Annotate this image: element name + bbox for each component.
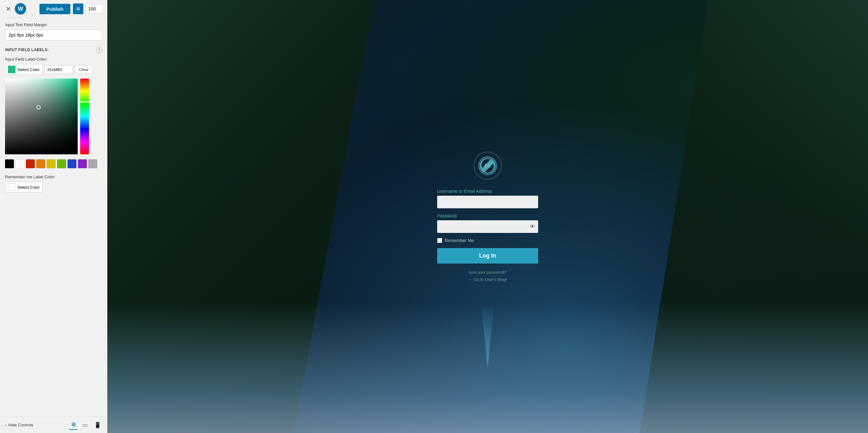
password-input[interactable] bbox=[437, 220, 538, 233]
top-bar-right: Publish ⚙ bbox=[39, 3, 103, 14]
login-links: Lost your password? ← Go to User's Blog! bbox=[437, 270, 538, 282]
color-hex-input[interactable] bbox=[44, 65, 73, 74]
question-icon: ? bbox=[98, 48, 100, 52]
username-input[interactable] bbox=[437, 196, 538, 208]
desktop-view-button[interactable]: 🖥 bbox=[69, 420, 77, 430]
clear-button[interactable]: Clear bbox=[75, 65, 93, 74]
publish-button[interactable]: Publish bbox=[39, 4, 70, 14]
close-icon: ✕ bbox=[6, 5, 11, 12]
bottom-bar: ‹ Hide Controls 🖥 ▭ 📱 bbox=[0, 416, 107, 433]
color-gradient[interactable] bbox=[5, 79, 78, 154]
left-panel: ✕ W Publish ⚙ Input Text Field Margin: I… bbox=[0, 0, 107, 433]
swatch-gray[interactable] bbox=[88, 159, 97, 168]
svg-text:W: W bbox=[484, 162, 491, 170]
remember-checkbox[interactable] bbox=[437, 238, 442, 243]
eye-icon: 👁 bbox=[530, 224, 535, 229]
wp-logo-small: W bbox=[15, 3, 26, 14]
panel-content: Input Text Field Margin: INPUT FIELD LAB… bbox=[0, 18, 107, 416]
settings-button[interactable]: ⚙ bbox=[73, 3, 83, 14]
hue-bar-thumb bbox=[80, 101, 89, 102]
section-title: INPUT FIELD LABELS: bbox=[5, 48, 49, 52]
right-panel: W Username or Email Address Password 👁 R… bbox=[107, 0, 868, 433]
swatch-yellow[interactable] bbox=[47, 159, 56, 168]
password-label: Password bbox=[437, 213, 538, 218]
swatch-white[interactable] bbox=[16, 159, 24, 168]
lost-password-link[interactable]: Lost your password? bbox=[469, 270, 506, 275]
wp-logo-large: W bbox=[473, 152, 502, 180]
tablet-view-button[interactable]: ▭ bbox=[81, 420, 89, 430]
remember-me-label: Remember Me bbox=[445, 238, 474, 243]
select-color-button[interactable]: Select Color bbox=[5, 64, 42, 75]
gradient-black-overlay bbox=[5, 79, 78, 154]
margin-input[interactable] bbox=[5, 30, 102, 40]
swatch-black[interactable] bbox=[5, 159, 14, 168]
color-picker-circle bbox=[36, 105, 41, 110]
swatch-red[interactable] bbox=[26, 159, 35, 168]
login-box: W Username or Email Address Password 👁 R… bbox=[431, 142, 545, 291]
password-wrap: 👁 bbox=[437, 220, 538, 233]
input-label-color-label: Input Field Label Color: bbox=[5, 57, 102, 62]
swatch-purple[interactable] bbox=[78, 159, 87, 168]
close-button[interactable]: ✕ bbox=[4, 4, 12, 14]
zoom-input[interactable] bbox=[86, 4, 103, 13]
color-row: Select Color Clear bbox=[5, 64, 102, 75]
margin-label: Input Text Field Margin: bbox=[5, 22, 102, 27]
login-form: Username or Email Address Password 👁 Rem… bbox=[437, 189, 538, 282]
remember-select-color-button[interactable]: Select Color bbox=[5, 182, 42, 192]
swatch-green[interactable] bbox=[57, 159, 66, 168]
mobile-icon: 📱 bbox=[94, 422, 101, 428]
mobile-view-button[interactable]: 📱 bbox=[93, 420, 102, 430]
top-bar: ✕ W Publish ⚙ bbox=[0, 0, 107, 18]
color-picker-container bbox=[5, 79, 102, 154]
select-color-label: Select Color bbox=[18, 67, 40, 72]
remember-select-color-label: Select Color bbox=[18, 185, 40, 190]
swatch-orange[interactable] bbox=[36, 159, 45, 168]
remember-color-row: Select Color bbox=[5, 182, 102, 192]
gear-icon: ⚙ bbox=[76, 6, 80, 11]
remember-row: Remember Me bbox=[437, 238, 538, 243]
remember-color-label: Remember me Label Color: bbox=[5, 175, 102, 179]
top-bar-left: ✕ W bbox=[4, 3, 26, 14]
username-label: Username or Email Address bbox=[437, 189, 538, 194]
swatches-row bbox=[5, 159, 102, 168]
hue-bar[interactable] bbox=[80, 79, 89, 154]
hide-controls-button[interactable]: ‹ Hide Controls bbox=[5, 423, 33, 427]
desktop-icon: 🖥 bbox=[70, 421, 76, 428]
help-button[interactable]: ? bbox=[96, 47, 102, 53]
login-overlay: W Username or Email Address Password 👁 R… bbox=[107, 0, 868, 433]
remember-color-swatch bbox=[8, 183, 16, 191]
section-header: INPUT FIELD LABELS: ? bbox=[5, 47, 102, 53]
login-button[interactable]: Log In bbox=[437, 248, 538, 264]
color-swatch bbox=[8, 66, 16, 73]
password-toggle-button[interactable]: 👁 bbox=[530, 224, 535, 229]
swatch-blue[interactable] bbox=[67, 159, 76, 168]
hide-controls-label: Hide Controls bbox=[8, 423, 33, 427]
back-to-blog-link[interactable]: ← Go to User's Blog! bbox=[468, 277, 507, 282]
chevron-left-icon: ‹ bbox=[5, 423, 6, 427]
tablet-icon: ▭ bbox=[82, 422, 88, 428]
bottom-icons: 🖥 ▭ 📱 bbox=[69, 420, 102, 430]
